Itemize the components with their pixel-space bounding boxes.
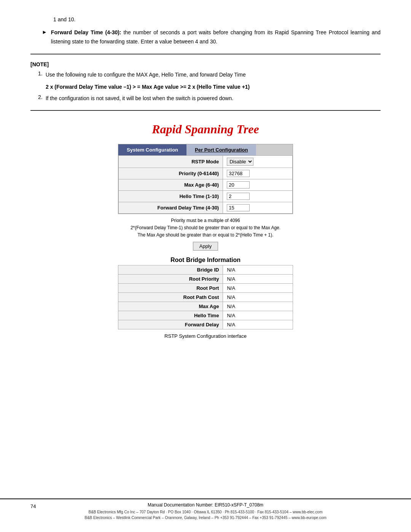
footer-address2: B&B Electronics – Westlink Commercial Pa… — [0, 515, 411, 521]
root-row-value: N/A — [223, 302, 293, 311]
apply-button-wrap: Apply — [30, 242, 381, 251]
table-note-line1: Priority must be a multiple of 4096 — [30, 217, 381, 224]
intro-line1: 1 and 10. — [53, 15, 381, 24]
tab-per-port-configuration[interactable]: Per Port Configuration — [186, 144, 256, 155]
config-row-value[interactable] — [223, 179, 293, 190]
root-table-row: Bridge IDN/A — [118, 265, 293, 275]
root-table-row: Root PortN/A — [118, 284, 293, 293]
config-table-row: Max Age (6-40) — [119, 179, 293, 190]
root-row-label: Hello Time — [118, 311, 223, 320]
note-item2: 2. If the configuration is not saved, it… — [38, 94, 381, 103]
note-item1: 1. Use the following rule to configure t… — [38, 70, 381, 80]
page-title: Rapid Spanning Tree — [30, 122, 381, 136]
config-table-row: Forward Delay Time (4-30) — [119, 202, 293, 213]
root-row-label: Root Path Cost — [118, 293, 223, 302]
bullet1-label: Forward Delay Time (4-30): — [51, 29, 121, 35]
page-footer: Manual Documentation Number: EIR510-xSFP… — [0, 498, 411, 521]
root-table-row: Hello TimeN/A — [118, 311, 293, 320]
root-bridge-table: Bridge IDN/ARoot PriorityN/ARoot PortN/A… — [118, 265, 293, 329]
divider-bottom — [30, 110, 381, 111]
table-notes: Priority must be a multiple of 4096 2*(F… — [30, 217, 381, 239]
root-row-value: N/A — [223, 311, 293, 320]
config-row-label: Forward Delay Time (4-30) — [119, 202, 223, 213]
config-row-value[interactable] — [223, 168, 293, 179]
tab-system-configuration[interactable]: System Configuration — [118, 144, 186, 155]
root-row-value: N/A — [223, 293, 293, 302]
note-item1-text: Use the following rule to configure the … — [46, 70, 246, 80]
config-row-value[interactable]: DisableEnable — [223, 155, 293, 168]
note-item1-num: 1. — [38, 70, 43, 77]
root-row-label: Max Age — [118, 302, 223, 311]
root-table-row: Root PriorityN/A — [118, 275, 293, 284]
config-table-row: Hello Time (1-10) — [119, 190, 293, 202]
config-row-label: Priority (0-61440) — [119, 168, 223, 179]
note-item2-text: If the configuration is not saved, it wi… — [46, 94, 233, 103]
root-table-row: Root Path CostN/A — [118, 293, 293, 302]
config-table-row: Priority (0-61440) — [119, 168, 293, 179]
note-formula: 2 x (Forward Delay Time value –1) > = Ma… — [46, 83, 381, 92]
root-row-label: Root Priority — [118, 275, 223, 284]
root-row-value: N/A — [223, 320, 293, 329]
root-row-label: Root Port — [118, 284, 223, 293]
root-row-label: Bridge ID — [118, 265, 223, 275]
config-row-label: Hello Time (1-10) — [119, 190, 223, 202]
config-row-label: RSTP Mode — [119, 155, 223, 168]
table-note-line3: The Max Age should be greater than or eq… — [30, 232, 381, 239]
divider-top — [30, 54, 381, 54]
section-caption: RSTP System Configuration interface — [30, 333, 381, 339]
config-input-2[interactable] — [227, 181, 250, 189]
page-title-section: Rapid Spanning Tree — [30, 122, 381, 136]
root-bridge-title: Root Bridge Information — [118, 257, 293, 264]
config-panel: System Configuration Per Port Configurat… — [118, 144, 293, 214]
footer-address1: B&B Electronics Mfg Co Inc – 707 Dayton … — [0, 509, 411, 515]
bullet-arrow: ► — [42, 29, 47, 35]
config-table: RSTP ModeDisableEnablePriority (0-61440)… — [118, 155, 293, 214]
note-section: [NOTE] 1. Use the following rule to conf… — [30, 61, 381, 103]
config-row-value[interactable] — [223, 202, 293, 213]
rstp-mode-select[interactable]: DisableEnable — [227, 158, 253, 166]
config-row-label: Max Age (6-40) — [119, 179, 223, 190]
table-note-line2: 2*(Forward Delay Time-1) should be great… — [30, 224, 381, 232]
root-row-value: N/A — [223, 275, 293, 284]
root-table-row: Max AgeN/A — [118, 302, 293, 311]
bullet1-text: Forward Delay Time (4-30): the number of… — [51, 28, 381, 46]
config-row-value[interactable] — [223, 190, 293, 202]
config-input-1[interactable] — [227, 170, 250, 177]
tab-bar: System Configuration Per Port Configurat… — [118, 144, 293, 155]
root-table-row: Forward DelayN/A — [118, 320, 293, 329]
root-row-label: Forward Delay — [118, 320, 223, 329]
note-title: [NOTE] — [30, 61, 381, 67]
note-item2-num: 2. — [38, 94, 43, 100]
config-input-4[interactable] — [227, 204, 250, 211]
config-input-3[interactable] — [227, 193, 250, 200]
root-row-value: N/A — [223, 265, 293, 275]
config-table-row: RSTP ModeDisableEnable — [119, 155, 293, 168]
root-row-value: N/A — [223, 284, 293, 293]
footer-doc: Manual Documentation Number: EIR510-xSFP… — [0, 502, 411, 508]
apply-button[interactable]: Apply — [193, 242, 218, 251]
root-bridge-section: Root Bridge Information Bridge IDN/ARoot… — [118, 257, 293, 329]
